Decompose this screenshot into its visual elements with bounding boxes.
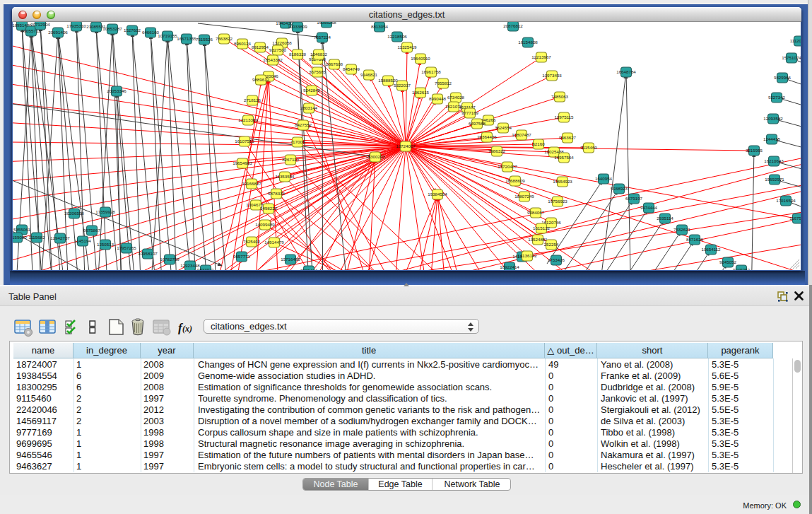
svg-text:13226058: 13226058 bbox=[272, 40, 292, 45]
svg-text:3215955: 3215955 bbox=[746, 148, 763, 153]
svg-text:8186328: 8186328 bbox=[289, 52, 307, 57]
svg-text:20206558: 20206558 bbox=[64, 211, 84, 216]
svg-text:9084067: 9084067 bbox=[527, 210, 545, 215]
svg-text:10654112: 10654112 bbox=[701, 247, 721, 252]
svg-text:17359928: 17359928 bbox=[95, 209, 115, 214]
svg-text:2935114: 2935114 bbox=[657, 216, 673, 221]
svg-text:17957265: 17957265 bbox=[117, 245, 136, 250]
svg-text:10958107: 10958107 bbox=[138, 251, 158, 256]
svg-text:9115460: 9115460 bbox=[580, 145, 597, 150]
svg-text:1145194: 1145194 bbox=[74, 238, 91, 243]
svg-text:19654983: 19654983 bbox=[233, 160, 252, 165]
svg-text:8427552: 8427552 bbox=[295, 122, 312, 127]
svg-text:19159080: 19159080 bbox=[13, 235, 27, 240]
svg-text:15720407: 15720407 bbox=[498, 164, 517, 169]
svg-text:16107553: 16107553 bbox=[235, 139, 254, 144]
svg-text:2867608: 2867608 bbox=[326, 62, 343, 66]
svg-text:5355061: 5355061 bbox=[13, 227, 31, 232]
svg-text:12942737: 12942737 bbox=[50, 235, 70, 240]
svg-text:20691406: 20691406 bbox=[48, 30, 68, 35]
svg-text:7986322: 7986322 bbox=[488, 148, 506, 153]
svg-text:717006: 717006 bbox=[290, 139, 305, 144]
svg-text:9889612: 9889612 bbox=[252, 77, 270, 82]
svg-text:12093582: 12093582 bbox=[763, 116, 783, 121]
svg-text:15640910: 15640910 bbox=[411, 56, 430, 61]
svg-text:1733426: 1733426 bbox=[548, 257, 565, 262]
svg-text:19166827: 19166827 bbox=[242, 181, 261, 186]
svg-text:10853287: 10853287 bbox=[102, 26, 122, 31]
svg-text:18922414: 18922414 bbox=[500, 264, 519, 269]
svg-text:6497568: 6497568 bbox=[469, 121, 486, 126]
svg-text:9245052: 9245052 bbox=[719, 259, 737, 264]
svg-text:19384554: 19384554 bbox=[428, 192, 447, 197]
svg-text:18807249: 18807249 bbox=[514, 194, 534, 199]
svg-text:16543382: 16543382 bbox=[263, 57, 283, 62]
svg-text:20712904: 20712904 bbox=[30, 22, 50, 27]
svg-text:12218506: 12218506 bbox=[387, 34, 407, 39]
svg-text:7625404: 7625404 bbox=[300, 268, 318, 270]
svg-text:7955812: 7955812 bbox=[435, 81, 452, 86]
svg-text:12213369: 12213369 bbox=[238, 117, 258, 122]
svg-text:10807487: 10807487 bbox=[512, 132, 531, 137]
svg-text:5498222: 5498222 bbox=[260, 206, 278, 211]
svg-text:9227342: 9227342 bbox=[768, 95, 786, 100]
svg-text:10973493: 10973493 bbox=[542, 73, 562, 78]
svg-text:8471626: 8471626 bbox=[686, 237, 704, 242]
svg-text:1527602: 1527602 bbox=[124, 28, 141, 33]
svg-text:15888520: 15888520 bbox=[378, 78, 398, 83]
svg-text:16648784: 16648784 bbox=[616, 69, 636, 74]
svg-text:16154808: 16154808 bbox=[518, 40, 538, 45]
svg-text:9242848: 9242848 bbox=[303, 88, 321, 93]
svg-text:16782759: 16782759 bbox=[160, 257, 180, 262]
svg-text:(x): (x) bbox=[182, 324, 192, 334]
svg-text:1362615: 1362615 bbox=[412, 90, 430, 95]
svg-text:12975115: 12975115 bbox=[554, 115, 574, 119]
svg-text:9474444: 9474444 bbox=[640, 205, 658, 210]
svg-text:20053346: 20053346 bbox=[107, 88, 126, 93]
svg-text:15692971: 15692971 bbox=[765, 177, 784, 182]
svg-text:10688609: 10688609 bbox=[505, 178, 525, 183]
svg-text:17016504: 17016504 bbox=[776, 198, 796, 203]
svg-text:5322037: 5322037 bbox=[394, 83, 411, 88]
svg-text:2803144: 2803144 bbox=[300, 105, 318, 110]
svg-text:19756923: 19756923 bbox=[548, 199, 567, 204]
svg-text:14957564: 14957564 bbox=[554, 155, 574, 160]
svg-text:8454749: 8454749 bbox=[343, 66, 360, 71]
svg-text:11325419: 11325419 bbox=[397, 45, 417, 49]
svg-text:16961758: 16961758 bbox=[421, 69, 441, 74]
svg-text:62160: 62160 bbox=[532, 141, 545, 146]
svg-text:7632621: 7632621 bbox=[673, 227, 691, 232]
svg-text:10033809: 10033809 bbox=[288, 24, 307, 29]
svg-text:11120591: 11120591 bbox=[790, 38, 801, 43]
svg-text:9833921: 9833921 bbox=[197, 267, 215, 270]
svg-text:9463627: 9463627 bbox=[559, 135, 577, 140]
svg-text:15751074: 15751074 bbox=[782, 55, 801, 60]
svg-text:3624554: 3624554 bbox=[495, 125, 512, 130]
svg-text:11353594: 11353594 bbox=[275, 174, 295, 179]
svg-text:2718126: 2718126 bbox=[244, 98, 261, 103]
svg-text:9975867: 9975867 bbox=[83, 228, 101, 233]
svg-text:8813054: 8813054 bbox=[371, 24, 389, 29]
svg-text:16671355: 16671355 bbox=[177, 36, 196, 41]
svg-text:18724007: 18724007 bbox=[396, 144, 416, 148]
svg-text:17935310: 17935310 bbox=[66, 23, 86, 28]
svg-text:9777169: 9777169 bbox=[461, 110, 479, 115]
svg-text:9146821: 9146821 bbox=[360, 72, 378, 77]
svg-text:15300203: 15300203 bbox=[365, 154, 385, 159]
svg-text:10719155: 10719155 bbox=[158, 33, 177, 38]
svg-text:7663822: 7663822 bbox=[216, 36, 233, 41]
svg-text:9657771: 9657771 bbox=[233, 254, 251, 259]
svg-text:5878334: 5878334 bbox=[268, 191, 286, 196]
svg-text:20876812: 20876812 bbox=[503, 23, 523, 28]
svg-text:16055268: 16055268 bbox=[317, 22, 336, 25]
svg-text:8912954: 8912954 bbox=[252, 45, 269, 49]
svg-text:9245052: 9245052 bbox=[733, 267, 751, 270]
svg-text:1640954: 1640954 bbox=[595, 176, 613, 181]
svg-text:7557224: 7557224 bbox=[314, 35, 331, 40]
svg-text:3675685: 3675685 bbox=[309, 69, 326, 74]
svg-text:7485063: 7485063 bbox=[551, 94, 569, 99]
svg-text:14136142: 14136142 bbox=[517, 253, 537, 258]
svg-text:20364436: 20364436 bbox=[477, 134, 497, 139]
svg-text:14099489: 14099489 bbox=[255, 222, 275, 227]
svg-text:6466160: 6466160 bbox=[142, 30, 160, 35]
